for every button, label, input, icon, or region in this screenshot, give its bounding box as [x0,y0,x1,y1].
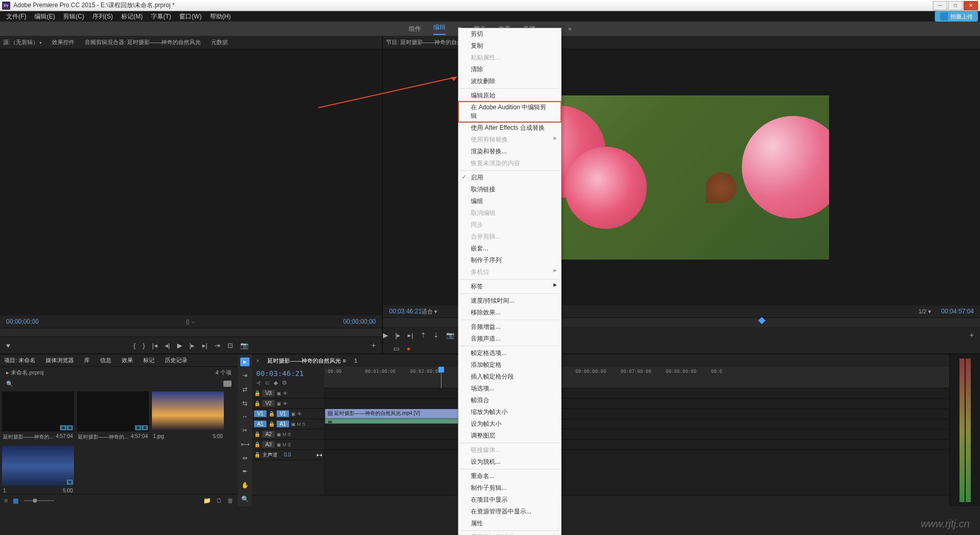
razor-tool-icon[interactable]: ✂ [240,426,249,435]
new-item-icon[interactable]: 🗋 [216,497,222,504]
source-ruler[interactable] [0,328,382,337]
prog-rec-icon[interactable]: ● [407,345,411,352]
track-v1[interactable]: V1🔒V1▣ 👁 [252,409,324,419]
add-marker-icon[interactable]: ♥ [6,342,10,349]
export-frame-icon[interactable]: 📷 [240,342,248,349]
prog-play-icon[interactable]: ▶ [383,331,388,339]
program-zoom-dropdown[interactable]: 1/2 ▾ [918,308,931,315]
track-a3[interactable]: 🔒A3▣ M S [252,440,324,450]
sequence-tab-2[interactable]: 1 [354,358,357,364]
settings-icon[interactable]: ⚙ [282,380,287,386]
clip-thumb[interactable]: 1.jpg5:00 [152,391,224,443]
step-fwd-icon[interactable]: |▸ [189,342,195,349]
menu-help[interactable]: 帮助(H) [206,12,235,21]
prog-step-fwd-icon[interactable]: |▸ [395,331,400,339]
snap-icon[interactable]: ⊰ [256,380,261,386]
menu-window[interactable]: 窗口(W) [175,12,205,21]
menu-sequence[interactable]: 序列(S) [88,12,117,21]
rolling-edit-tool-icon[interactable]: ⇆ [240,399,249,407]
minimize-button[interactable]: ─ [933,1,947,10]
context-menu-item[interactable]: 帧混合 [458,394,561,406]
context-menu-item[interactable]: 使用 After Effects 合成替换 [458,122,561,134]
prog-extract-icon[interactable]: ⇣ [433,331,439,339]
context-menu-item[interactable]: 取消链接 [458,184,561,195]
trash-icon[interactable]: 🗑 [227,497,234,504]
context-menu-item[interactable]: 启用✓ [458,172,561,184]
new-bin-icon[interactable]: 📁 [203,497,211,504]
context-menu-item[interactable]: 音频声道... [458,333,561,345]
share-button[interactable]: 拍摄上传 [935,11,978,22]
context-menu-item[interactable]: 制作子序列 [458,254,561,266]
timeline-ruler[interactable]: :00:00 00:01:00:00 00:02:00:00 00:06:00:… [324,367,949,388]
rate-stretch-tool-icon[interactable]: ↔ [240,412,249,421]
context-menu-item[interactable]: 缩放为帧大小 [458,406,561,418]
context-menu-item[interactable]: 编辑原始 [458,90,561,102]
context-menu-item[interactable]: 标签▶ [458,281,561,292]
tab-effect-controls[interactable]: 效果控件 [52,38,74,46]
icon-view-icon[interactable]: ▦ [13,497,18,504]
menu-title[interactable]: 字幕(T) [147,12,175,21]
track-v3[interactable]: 🔒V3▣ 👁 [252,388,324,399]
prog-export-frame-icon[interactable]: 📷 [446,331,454,339]
track-content-area[interactable]: ▦ 延时摄影——神奇的自然风光.mp4 [V] ▦ [324,388,949,495]
context-menu-item[interactable]: 在 Adobe Audition 中编辑剪辑 [458,101,562,123]
context-menu-item[interactable]: 波纹删除 [458,75,561,87]
insert-icon[interactable]: ⇥ [215,342,220,349]
go-to-out-icon[interactable]: ▸| [202,342,207,349]
context-menu-item[interactable]: 显示剪辑关键帧▶ [458,532,561,535]
prog-comp-view-icon[interactable]: ▭ [393,345,399,352]
tab-markers[interactable]: 标记 [143,356,155,364]
context-menu-item[interactable]: 在项目中显示 [458,494,561,506]
track-select-tool-icon[interactable]: ⇥ [240,371,249,380]
clip-thumb[interactable]: ▦▦ 延时摄影——神奇的...4:57:04 [2,391,74,443]
tab-metadata[interactable]: 元数据 [211,38,228,46]
track-a1[interactable]: A1🔒A1▣ M S [252,419,324,429]
add-button-icon[interactable]: + [372,341,376,349]
folder-icon[interactable] [223,381,232,387]
source-time-in[interactable]: 00;00;00;00 [6,318,39,325]
context-menu-item[interactable]: 重命名... [458,470,561,482]
track-a2[interactable]: 🔒A2▣ M S [252,429,324,440]
context-menu-item[interactable]: 编组 [458,195,561,207]
prog-go-out-icon[interactable]: ▸| [408,331,413,339]
slide-tool-icon[interactable]: ⇔ [240,453,249,462]
context-menu-item[interactable]: 在资源管理器中显示... [458,506,561,518]
close-button[interactable]: ✕ [964,1,978,10]
clip-thumb[interactable]: ▦ 15:00 [2,446,74,494]
workspace-overflow-icon[interactable]: » [568,25,572,32]
program-current-time[interactable]: 00:03:46:21 [389,308,421,315]
selection-tool-icon[interactable]: ▸ [240,358,249,366]
slip-tool-icon[interactable]: ⟷ [240,440,249,448]
source-time-out[interactable]: 00;00;00;00 [343,318,376,325]
context-menu-item[interactable]: 剪切 [458,28,561,40]
tab-program[interactable]: 节目: 延时摄影——神奇的自然风 [386,38,468,46]
context-menu-item[interactable]: 复制 [458,40,561,52]
tab-info[interactable]: 信息 [100,356,111,364]
context-menu-item[interactable]: 帧定格选项... [458,347,561,359]
tab-project[interactable]: 项目: 未命名 [4,356,35,364]
context-menu-item[interactable]: 制作子剪辑... [458,482,561,494]
context-menu-item[interactable]: 清除 [458,64,561,75]
sequence-tab[interactable]: 延时摄影——神奇的自然风光 ≡ [267,357,345,365]
tab-source[interactable]: 源:（无剪辑）▾ [3,38,42,46]
context-menu-item[interactable]: 嵌套... [458,243,561,254]
workspace-editing[interactable]: 编辑 [433,23,446,35]
program-fit-dropdown[interactable]: 适合 ▾ [421,308,437,315]
list-view-icon[interactable]: ≡ [4,497,8,504]
menu-edit[interactable]: 编辑(E) [30,12,59,21]
context-menu-item[interactable]: 移除效果... [458,307,561,319]
maximize-button[interactable]: □ [948,1,963,10]
mark-in-icon[interactable]: { [133,342,136,349]
track-master[interactable]: 🔒主声道0.0▸◂ [252,450,324,460]
menu-file[interactable]: 文件(F) [2,12,30,21]
tab-media-browser[interactable]: 媒体浏览器 [46,356,74,364]
prog-lift-icon[interactable]: ⇡ [420,331,426,339]
context-menu-item[interactable]: 插入帧定格分段 [458,371,561,383]
go-to-in-icon[interactable]: |◂ [152,342,157,349]
overwrite-icon[interactable]: ⊡ [227,342,233,349]
context-menu-item[interactable]: 添加帧定格 [458,359,561,371]
menu-clip[interactable]: 剪辑(C) [59,12,88,21]
tab-audio-mixer[interactable]: 音频剪辑混合器: 延时摄影——神奇的自然风光 [85,38,201,46]
hand-tool-icon[interactable]: ✋ [240,481,249,490]
clip-thumb[interactable]: ▦▦ 延时摄影——神奇的...4:57:04 [77,391,149,443]
